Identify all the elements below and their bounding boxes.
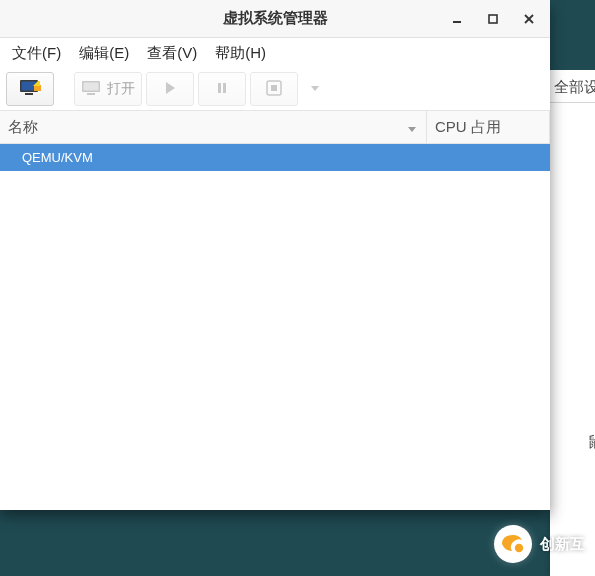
connection-label: QEMU/KVM	[22, 150, 93, 165]
chevron-down-icon	[309, 81, 321, 97]
play-icon	[163, 81, 177, 98]
menu-help[interactable]: 帮助(H)	[207, 41, 274, 66]
svg-point-19	[515, 544, 523, 552]
menu-file[interactable]: 文件(F)	[4, 41, 69, 66]
svg-marker-17	[311, 86, 319, 91]
open-button[interactable]: 打开	[74, 72, 142, 106]
svg-marker-18	[408, 127, 416, 132]
svg-rect-11	[87, 93, 95, 95]
svg-marker-12	[166, 82, 175, 94]
connection-list[interactable]: QEMU/KVM	[0, 144, 550, 510]
watermark-logo-icon	[494, 525, 532, 563]
monitor-new-icon	[19, 79, 41, 100]
column-header-cpu-label: CPU 占用	[435, 118, 501, 137]
shutdown-button[interactable]	[250, 72, 298, 106]
svg-rect-10	[84, 82, 99, 90]
svg-rect-0	[453, 21, 461, 23]
close-button[interactable]	[512, 4, 546, 34]
pause-button[interactable]	[198, 72, 246, 106]
menubar: 文件(F) 编辑(E) 查看(V) 帮助(H)	[0, 38, 550, 68]
monitor-icon	[81, 80, 101, 99]
svg-rect-16	[271, 85, 277, 91]
svg-rect-1	[489, 15, 497, 23]
stop-box-icon	[266, 80, 282, 99]
column-header-name[interactable]: 名称	[0, 111, 427, 143]
column-header-cpu[interactable]: CPU 占用	[427, 111, 550, 143]
virt-manager-window: 虚拟系统管理器 文件(F) 编辑(E) 查看(V) 帮助(H)	[0, 0, 550, 510]
list-item[interactable]: QEMU/KVM	[0, 144, 550, 171]
minimize-button[interactable]	[440, 4, 474, 34]
new-vm-button[interactable]	[6, 72, 54, 106]
column-header-name-label: 名称	[8, 118, 38, 137]
window-controls	[440, 0, 546, 37]
svg-rect-14	[223, 83, 226, 93]
open-button-label: 打开	[107, 80, 135, 98]
titlebar: 虚拟系统管理器	[0, 0, 550, 38]
svg-rect-13	[218, 83, 221, 93]
column-headers: 名称 CPU 占用	[0, 111, 550, 144]
pause-icon	[215, 81, 229, 98]
menu-edit[interactable]: 编辑(E)	[71, 41, 137, 66]
bg-all-settings-label[interactable]: 全部设	[554, 78, 595, 97]
run-button[interactable]	[146, 72, 194, 106]
maximize-button[interactable]	[476, 4, 510, 34]
shutdown-menu-button[interactable]	[302, 73, 328, 105]
sort-indicator-icon	[406, 121, 418, 133]
toolbar: 打开	[0, 68, 550, 111]
bg-mouse-label: 鼠	[588, 433, 595, 452]
background-settings-window: 全部设 鼠	[550, 0, 595, 576]
svg-rect-6	[25, 93, 33, 95]
menu-view[interactable]: 查看(V)	[139, 41, 205, 66]
